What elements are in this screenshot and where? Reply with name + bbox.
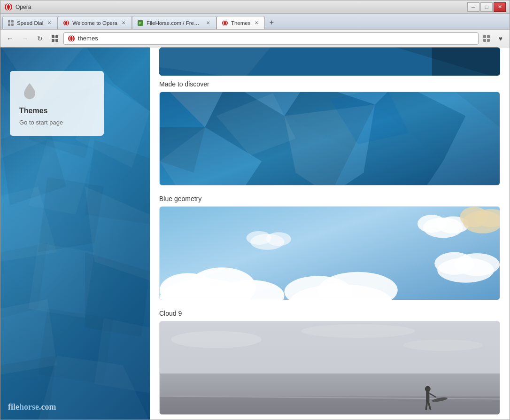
maximize-button[interactable]: □	[480, 2, 493, 12]
svg-rect-3	[11, 20, 14, 23]
back-button[interactable]: ←	[3, 32, 16, 45]
filehorse-watermark: filehorse.com	[8, 402, 56, 412]
tab-speed-dial-label: Speed Dial	[17, 20, 43, 26]
address-text: themes	[78, 35, 474, 42]
filehorse-text: filehorse.com	[8, 402, 56, 412]
browser-window: Opera ─ □ ✕ Speed Dial ✕ Welcome to Oper…	[0, 0, 510, 420]
svg-rect-13	[55, 35, 58, 38]
address-opera-icon	[68, 35, 75, 42]
stash-button[interactable]	[480, 32, 493, 45]
tabbar: Speed Dial ✕ Welcome to Opera ✕ F FileHo…	[0, 14, 510, 30]
svg-rect-87	[426, 390, 429, 402]
cloud9-section: Cloud 9	[159, 310, 500, 415]
made-to-discover-label: Made to discover	[159, 80, 500, 88]
svg-rect-2	[8, 20, 10, 23]
svg-point-79	[454, 253, 500, 276]
minimize-button[interactable]: ─	[467, 2, 479, 12]
svg-point-94	[301, 324, 415, 338]
svg-line-91	[426, 402, 427, 410]
sidebar-card-container: Themes Go to start page	[0, 47, 150, 145]
made-to-discover-section: Made to discover	[159, 80, 500, 186]
svg-rect-12	[52, 35, 54, 38]
svg-point-6	[63, 20, 69, 26]
titlebar: Opera ─ □ ✕	[0, 0, 510, 14]
tab-welcome[interactable]: Welcome to Opera ✕	[58, 16, 132, 29]
tab-themes-label: Themes	[231, 20, 251, 26]
svg-point-93	[171, 331, 262, 348]
cloud9-image[interactable]	[159, 321, 500, 415]
titlebar-title: Opera	[15, 4, 467, 10]
svg-point-10	[222, 20, 228, 26]
svg-rect-44	[432, 47, 500, 76]
svg-rect-21	[487, 39, 490, 42]
tab-speed-dial-close[interactable]: ✕	[46, 20, 53, 26]
svg-rect-5	[11, 23, 14, 26]
made-to-discover-image[interactable]	[159, 92, 500, 186]
cloud9-label: Cloud 9	[159, 310, 500, 317]
theme-top-partial	[159, 47, 500, 76]
go-to-start-page-link[interactable]: Go to start page	[19, 119, 63, 126]
heart-button[interactable]: ♥	[495, 32, 507, 45]
content-inner: Made to discover	[150, 47, 510, 420]
tab-welcome-label: Welcome to Opera	[72, 20, 117, 26]
welcome-favicon	[63, 20, 70, 26]
svg-rect-14	[52, 39, 54, 42]
svg-point-0	[5, 3, 12, 11]
svg-rect-84	[160, 373, 500, 396]
address-bar[interactable]: themes	[63, 32, 479, 45]
content-area[interactable]: Made to discover	[150, 47, 510, 420]
close-button[interactable]: ✕	[494, 2, 506, 12]
svg-point-16	[68, 35, 75, 42]
svg-rect-20	[483, 39, 486, 42]
tab-themes[interactable]: Themes ✕	[216, 16, 265, 29]
forward-button[interactable]: →	[18, 32, 31, 45]
themes-icon	[19, 80, 40, 101]
filehorse-favicon: F	[137, 20, 144, 26]
themes-card: Themes Go to start page	[10, 71, 104, 136]
svg-rect-19	[487, 35, 490, 38]
navbar: ← → ↻ themes ♥	[0, 30, 510, 47]
window-controls: ─ □ ✕	[467, 2, 506, 12]
sidebar: Themes Go to start page filehorse.com	[0, 47, 150, 420]
new-tab-button[interactable]: +	[265, 16, 278, 29]
svg-point-88	[425, 386, 431, 392]
speed-dial-favicon	[8, 20, 14, 26]
svg-point-95	[403, 340, 483, 351]
tab-filehorse-label: FileHorse.com / Free Soft...	[147, 20, 202, 26]
reload-button[interactable]: ↻	[33, 32, 46, 45]
svg-rect-15	[55, 39, 58, 42]
tab-welcome-close[interactable]: ✕	[120, 20, 127, 26]
svg-point-82	[266, 232, 291, 246]
themes-favicon	[222, 20, 228, 26]
blue-geometry-image[interactable]	[159, 206, 500, 300]
tab-filehorse[interactable]: F FileHorse.com / Free Soft... ✕	[132, 16, 216, 29]
tab-filehorse-close[interactable]: ✕	[205, 20, 211, 26]
themes-title: Themes	[19, 107, 94, 115]
tab-themes-close[interactable]: ✕	[253, 20, 260, 26]
grid-button[interactable]	[48, 32, 62, 45]
svg-rect-18	[483, 35, 486, 38]
svg-text:F: F	[139, 21, 141, 25]
blue-geometry-label: Blue geometry	[159, 195, 500, 202]
blue-geometry-section: Blue geometry	[159, 195, 500, 300]
main-area: Themes Go to start page filehorse.com	[0, 47, 510, 420]
opera-logo	[4, 3, 13, 11]
navbar-right-controls: ♥	[480, 32, 507, 45]
tab-speed-dial[interactable]: Speed Dial ✕	[2, 16, 58, 29]
svg-rect-4	[8, 23, 10, 26]
